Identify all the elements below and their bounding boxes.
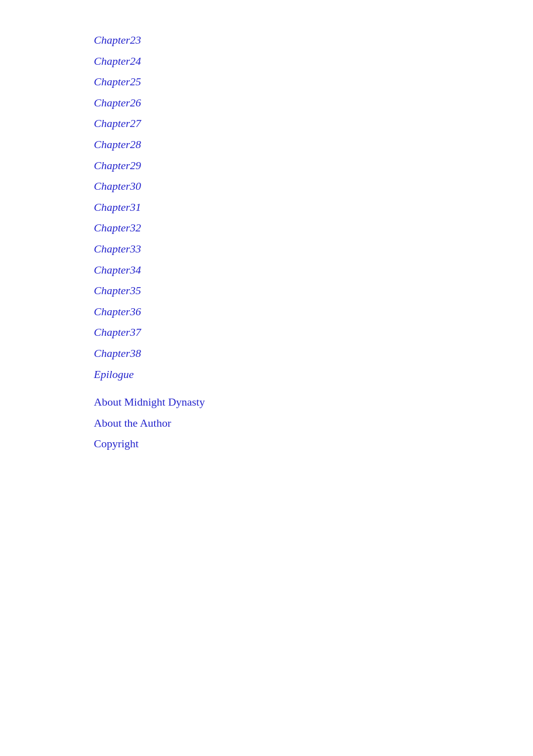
toc-item-about-the-author[interactable]: About the Author <box>94 413 533 433</box>
toc-item-copyright[interactable]: Copyright <box>94 434 533 454</box>
toc-item-chapter27[interactable]: Chapter27 <box>94 113 533 134</box>
toc-item-chapter28[interactable]: Chapter28 <box>94 135 533 155</box>
toc-item-epilogue[interactable]: Epilogue <box>94 364 533 385</box>
toc-item-chapter37[interactable]: Chapter37 <box>94 322 533 342</box>
toc-item-chapter23[interactable]: Chapter23 <box>94 30 533 50</box>
toc-item-chapter29[interactable]: Chapter29 <box>94 156 533 176</box>
toc-item-chapter34[interactable]: Chapter34 <box>94 260 533 280</box>
toc-item-chapter31[interactable]: Chapter31 <box>94 197 533 217</box>
toc-item-chapter32[interactable]: Chapter32 <box>94 218 533 238</box>
toc-item-chapter36[interactable]: Chapter36 <box>94 302 533 322</box>
toc-item-chapter33[interactable]: Chapter33 <box>94 239 533 259</box>
toc-item-chapter24[interactable]: Chapter24 <box>94 51 533 71</box>
toc-item-chapter26[interactable]: Chapter26 <box>94 93 533 113</box>
toc-item-chapter38[interactable]: Chapter38 <box>94 343 533 363</box>
toc-item-about-midnight-dynasty[interactable]: About Midnight Dynasty <box>94 392 533 412</box>
toc-container: Chapter23 Chapter24 Chapter25 Chapter26 … <box>0 0 533 485</box>
toc-item-chapter30[interactable]: Chapter30 <box>94 176 533 196</box>
toc-item-chapter25[interactable]: Chapter25 <box>94 72 533 92</box>
toc-spacer <box>94 385 533 392</box>
toc-item-chapter35[interactable]: Chapter35 <box>94 281 533 301</box>
